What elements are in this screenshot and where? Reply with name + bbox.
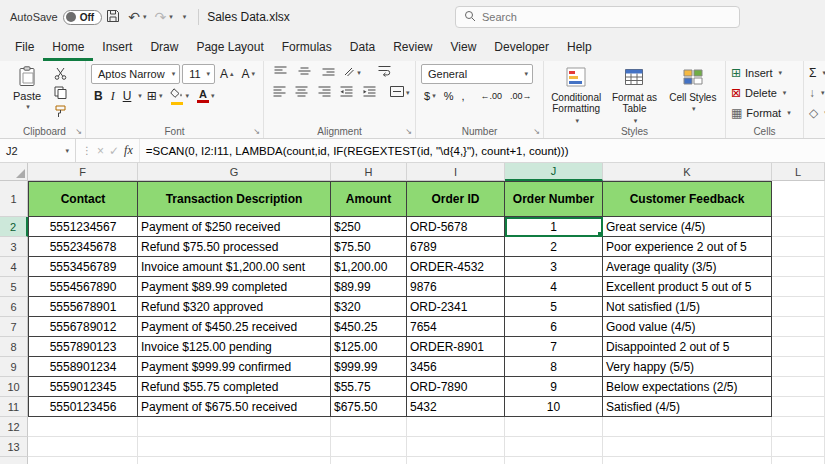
cell-J9[interactable]: 8	[505, 357, 603, 377]
tab-formulas[interactable]: Formulas	[273, 34, 341, 61]
format-cells-button[interactable]: ▦ Format ▾	[731, 104, 798, 121]
cell-I6[interactable]: ORD-2341	[407, 297, 505, 317]
row-header-1[interactable]: 1	[0, 181, 28, 217]
increase-font-size-button[interactable]: A▴	[217, 65, 237, 83]
cell-I1[interactable]: Order ID	[407, 181, 505, 217]
font-dialog-launcher-icon[interactable]: ↘	[253, 127, 260, 136]
format-painter-button[interactable]	[49, 104, 71, 121]
wrap-text-button[interactable]	[373, 64, 395, 81]
cell-G2[interactable]: Payment of $250 received	[138, 217, 331, 237]
autosum-button[interactable]: Σ▾	[809, 64, 825, 81]
cell-K[interactable]	[603, 457, 772, 464]
decrease-font-size-button[interactable]: A▾	[238, 65, 258, 83]
autosave-toggle[interactable]: AutoSave Off	[10, 10, 102, 25]
cell-F7[interactable]: 5556789012	[28, 317, 138, 337]
row-header-7[interactable]: 7	[0, 317, 28, 337]
cell-G12[interactable]	[138, 417, 331, 437]
cell-L10[interactable]	[772, 377, 825, 397]
cell-F6[interactable]: 5555678901	[28, 297, 138, 317]
cell-styles-button[interactable]: Cell Styles ▾	[666, 64, 720, 125]
bold-button[interactable]: B	[91, 87, 106, 105]
cell-F5[interactable]: 5554567890	[28, 277, 138, 297]
number-format-select[interactable]: General ▾	[421, 64, 533, 84]
alignment-dialog-launcher-icon[interactable]: ↘	[405, 127, 412, 136]
cell-I11[interactable]: 5432	[407, 397, 505, 417]
cell-K4[interactable]: Average quality (3/5)	[603, 257, 772, 277]
cell-G8[interactable]: Invoice $125.00 pending	[138, 337, 331, 357]
percent-style-button[interactable]: %	[441, 87, 457, 105]
cell-I4[interactable]: ORDER-4532	[407, 257, 505, 277]
cell-F3[interactable]: 5552345678	[28, 237, 138, 257]
orientation-button[interactable]: ▾	[341, 64, 363, 81]
cell-F10[interactable]: 5559012345	[28, 377, 138, 397]
row-header-11[interactable]: 11	[0, 397, 28, 417]
cell-J7[interactable]: 6	[505, 317, 603, 337]
align-left-button[interactable]	[269, 84, 290, 101]
row-header-3[interactable]: 3	[0, 237, 28, 257]
cell-L7[interactable]	[772, 317, 825, 337]
font-name-select[interactable]: Aptos Narrow ▾	[91, 64, 180, 84]
cell-I10[interactable]: ORD-7890	[407, 377, 505, 397]
borders-button[interactable]: ⊞▾	[144, 87, 166, 105]
clipboard-dialog-launcher-icon[interactable]: ↘	[75, 127, 82, 136]
cell-I9[interactable]: 3456	[407, 357, 505, 377]
cell-G7[interactable]: Payment of $450.25 received	[138, 317, 331, 337]
cell-K11[interactable]: Satisfied (4/5)	[603, 397, 772, 417]
cell-L8[interactable]	[772, 337, 825, 357]
cell-F11[interactable]: 5550123456	[28, 397, 138, 417]
tab-draw[interactable]: Draw	[141, 34, 187, 61]
cancel-button[interactable]: ×	[97, 144, 104, 158]
fill-button[interactable]: ↓▾	[809, 84, 825, 101]
cell-L[interactable]	[772, 457, 825, 464]
decrease-indent-button[interactable]	[337, 84, 358, 101]
insert-cells-button[interactable]: ⊞ Insert ▾	[731, 64, 798, 81]
cell-F[interactable]	[28, 457, 138, 464]
row-header-12[interactable]: 12	[0, 417, 28, 437]
cell-I12[interactable]	[407, 417, 505, 437]
cell-F12[interactable]	[28, 417, 138, 437]
cell-K1[interactable]: Customer Feedback	[603, 181, 772, 217]
cell-I5[interactable]: 9876	[407, 277, 505, 297]
cell-I7[interactable]: 7654	[407, 317, 505, 337]
cell-G6[interactable]: Refund $320 approved	[138, 297, 331, 317]
cell-F4[interactable]: 5553456789	[28, 257, 138, 277]
cell-G11[interactable]: Payment of $675.50 received	[138, 397, 331, 417]
cell-L13[interactable]	[772, 437, 825, 457]
cell-I2[interactable]: ORD-5678	[407, 217, 505, 237]
cell-F9[interactable]: 5558901234	[28, 357, 138, 377]
cell-J5[interactable]: 4	[505, 277, 603, 297]
row-header-9[interactable]: 9	[0, 357, 28, 377]
cell-H3[interactable]: $75.50	[331, 237, 407, 257]
cell-H13[interactable]	[331, 437, 407, 457]
column-header-J[interactable]: J	[505, 163, 603, 181]
cell-J10[interactable]: 9	[505, 377, 603, 397]
font-size-select[interactable]: 11 ▾	[182, 64, 215, 84]
column-header-G[interactable]: G	[138, 163, 331, 181]
cell-G5[interactable]: Payment $89.99 completed	[138, 277, 331, 297]
cell-J11[interactable]: 10	[505, 397, 603, 417]
tab-review[interactable]: Review	[384, 34, 441, 61]
tab-page-layout[interactable]: Page Layout	[187, 34, 272, 61]
formula-input[interactable]: =SCAN(0, I2:I11, LAMBDA(count,id, IF(REG…	[140, 139, 825, 162]
cell-L3[interactable]	[772, 237, 825, 257]
cell-J8[interactable]: 7	[505, 337, 603, 357]
tab-help[interactable]: Help	[558, 34, 601, 61]
search-input[interactable]	[482, 11, 712, 23]
name-box[interactable]: J2 ▾	[0, 139, 76, 162]
cell-L12[interactable]	[772, 417, 825, 437]
cell-G[interactable]	[138, 457, 331, 464]
accounting-format-button[interactable]: $▾	[421, 87, 439, 105]
cell-K6[interactable]: Not satisfied (1/5)	[603, 297, 772, 317]
conditional-formatting-button[interactable]: Conditional Formatting ▾	[549, 64, 603, 125]
decrease-decimal-button[interactable]: .00→	[507, 87, 535, 105]
cell-K10[interactable]: Below expectations (2/5)	[603, 377, 772, 397]
cell-L6[interactable]	[772, 297, 825, 317]
cell-J12[interactable]	[505, 417, 603, 437]
cell-L4[interactable]	[772, 257, 825, 277]
column-header-L[interactable]: L	[772, 163, 825, 181]
italic-button[interactable]: I	[108, 87, 118, 105]
undo-button[interactable]: ↶▾	[124, 7, 150, 27]
cell-G13[interactable]	[138, 437, 331, 457]
align-center-button[interactable]	[292, 84, 313, 101]
tab-developer[interactable]: Developer	[485, 34, 558, 61]
